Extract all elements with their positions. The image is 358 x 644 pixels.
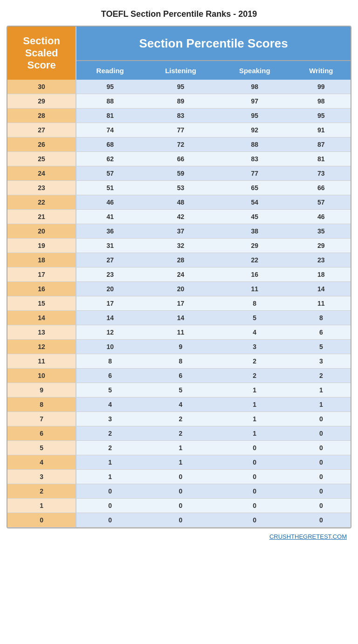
reading-cell: 46 (76, 195, 144, 210)
score-cell: 0 (7, 513, 76, 528)
col-writing: Writing (292, 61, 351, 80)
writing-cell: 0 (292, 470, 351, 484)
reading-cell: 1 (76, 470, 144, 484)
table-row: 2774779291 (7, 123, 351, 137)
speaking-cell: 0 (218, 484, 292, 499)
reading-cell: 8 (76, 354, 144, 369)
writing-cell: 2 (292, 369, 351, 383)
reading-cell: 2 (76, 426, 144, 441)
speaking-cell: 2 (218, 354, 292, 369)
score-cell: 2 (7, 484, 76, 499)
table-row: 2351536566 (7, 181, 351, 195)
speaking-cell: 29 (218, 239, 292, 253)
listening-cell: 1 (144, 455, 218, 470)
score-cell: 14 (7, 311, 76, 325)
table-row: 73210 (7, 412, 351, 426)
listening-cell: 0 (144, 484, 218, 499)
writing-cell: 0 (292, 412, 351, 426)
reading-cell: 1 (76, 455, 144, 470)
score-cell: 21 (7, 210, 76, 224)
score-cell: 9 (7, 383, 76, 397)
listening-cell: 77 (144, 123, 218, 137)
writing-cell: 0 (292, 513, 351, 528)
reading-cell: 0 (76, 499, 144, 513)
listening-cell: 28 (144, 253, 218, 267)
speaking-cell: 3 (218, 340, 292, 354)
score-cell: 15 (7, 296, 76, 311)
writing-cell: 87 (292, 137, 351, 152)
speaking-cell: 65 (218, 181, 292, 195)
speaking-cell: 88 (218, 137, 292, 152)
table-row: 118823 (7, 354, 351, 369)
table-row: 3095959899 (7, 80, 351, 94)
reading-cell: 0 (76, 513, 144, 528)
listening-cell: 66 (144, 152, 218, 166)
score-cell: 20 (7, 224, 76, 239)
score-cell: 6 (7, 426, 76, 441)
reading-cell: 57 (76, 166, 144, 181)
speaking-cell: 1 (218, 397, 292, 412)
col-listening: Listening (144, 61, 218, 80)
speaking-cell: 0 (218, 470, 292, 484)
speaking-cell: 0 (218, 455, 292, 470)
reading-cell: 3 (76, 412, 144, 426)
listening-cell: 1 (144, 441, 218, 455)
score-cell: 8 (7, 397, 76, 412)
speaking-cell: 95 (218, 109, 292, 123)
listening-cell: 42 (144, 210, 218, 224)
writing-cell: 0 (292, 441, 351, 455)
listening-cell: 48 (144, 195, 218, 210)
table-row: 52100 (7, 441, 351, 455)
table-row: 14141458 (7, 311, 351, 325)
reading-cell: 14 (76, 311, 144, 325)
listening-cell: 95 (144, 80, 218, 94)
speaking-cell: 0 (218, 499, 292, 513)
score-cell: 12 (7, 340, 76, 354)
reading-cell: 27 (76, 253, 144, 267)
writing-cell: 35 (292, 224, 351, 239)
listening-cell: 37 (144, 224, 218, 239)
footer-link[interactable]: CRUSHTHEGRETEST.COM (269, 533, 353, 540)
writing-cell: 98 (292, 94, 351, 109)
table-row: 1931322929 (7, 239, 351, 253)
table-row: 2881839595 (7, 109, 351, 123)
speaking-cell: 11 (218, 282, 292, 296)
table-row: 10000 (7, 499, 351, 513)
table-row: 20000 (7, 484, 351, 499)
score-cell: 22 (7, 195, 76, 210)
speaking-cell: 38 (218, 224, 292, 239)
listening-cell: 9 (144, 340, 218, 354)
writing-cell: 46 (292, 210, 351, 224)
reading-cell: 51 (76, 181, 144, 195)
table-row: 62210 (7, 426, 351, 441)
speaking-cell: 1 (218, 426, 292, 441)
reading-cell: 41 (76, 210, 144, 224)
writing-cell: 1 (292, 383, 351, 397)
reading-cell: 6 (76, 369, 144, 383)
reading-cell: 4 (76, 397, 144, 412)
reading-cell: 20 (76, 282, 144, 296)
score-cell: 1 (7, 499, 76, 513)
page-title: TOEFL Section Percentile Ranks - 2019 (101, 9, 257, 19)
score-cell: 17 (7, 267, 76, 282)
score-cell: 25 (7, 152, 76, 166)
listening-cell: 0 (144, 499, 218, 513)
header-row-1: Section Scaled Score Section Percentile … (7, 27, 351, 61)
score-cell: 26 (7, 137, 76, 152)
percentile-table: Section Scaled Score Section Percentile … (7, 27, 351, 528)
speaking-cell: 8 (218, 296, 292, 311)
listening-cell: 6 (144, 369, 218, 383)
reading-cell: 31 (76, 239, 144, 253)
score-cell: 4 (7, 455, 76, 470)
speaking-cell: 83 (218, 152, 292, 166)
speaking-cell: 54 (218, 195, 292, 210)
listening-cell: 59 (144, 166, 218, 181)
table-row: 2036373835 (7, 224, 351, 239)
table-row: 2668728887 (7, 137, 351, 152)
score-cell: 11 (7, 354, 76, 369)
table-row: 1723241618 (7, 267, 351, 282)
speaking-cell: 0 (218, 441, 292, 455)
reading-cell: 74 (76, 123, 144, 137)
writing-cell: 18 (292, 267, 351, 282)
table-row: 2457597773 (7, 166, 351, 181)
